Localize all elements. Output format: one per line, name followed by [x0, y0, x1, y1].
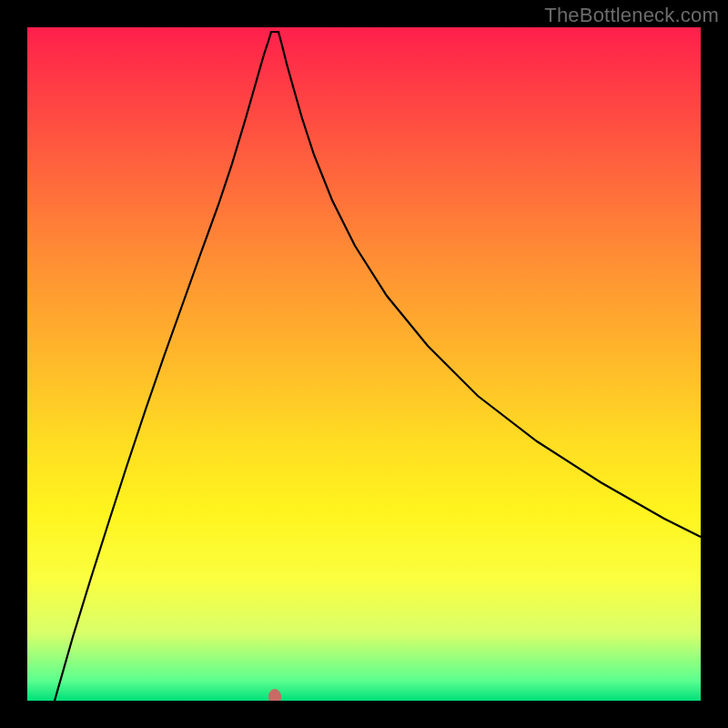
minimum-marker [268, 689, 281, 701]
chart-stage: TheBottleneck.com [0, 0, 728, 728]
curve-path [55, 32, 701, 701]
bottleneck-curve [27, 27, 701, 701]
plot-area [27, 27, 701, 701]
watermark-text: TheBottleneck.com [544, 4, 719, 27]
